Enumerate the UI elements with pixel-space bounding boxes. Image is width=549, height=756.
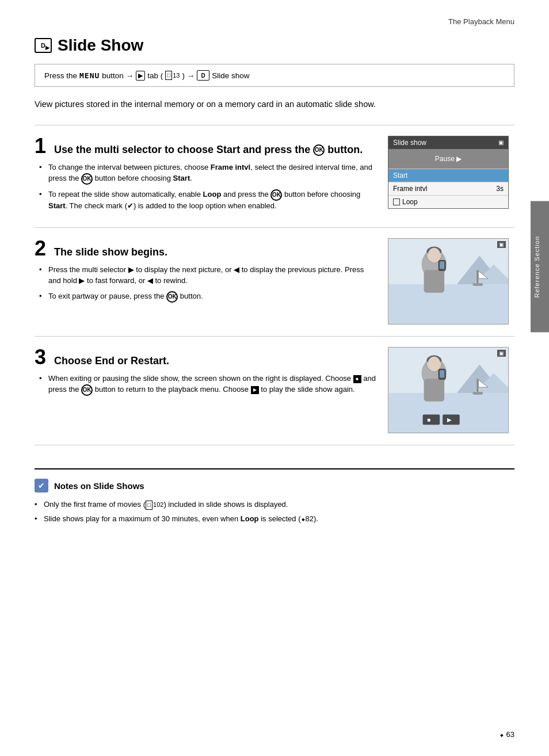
menu-corner-icon: ▣ <box>498 139 504 146</box>
page-header: The Playback Menu <box>35 17 514 26</box>
ok-icon-inline-4: OK <box>81 384 93 396</box>
step-1-bullet-2: To repeat the slide show automatically, … <box>39 189 376 212</box>
footer-page-num: 63 <box>506 730 514 739</box>
svg-rect-27 <box>424 379 445 402</box>
notes-header: ✔ Notes on Slide Shows <box>35 479 514 492</box>
svg-rect-7 <box>472 283 483 286</box>
step-3-section: 3 Choose End or Restart. When exiting or… <box>35 336 514 445</box>
notes-section: ✔ Notes on Slide Shows Only the first fr… <box>35 468 514 525</box>
play-icon: ▶ <box>251 386 259 394</box>
slideshow-menu-loop: Loop <box>388 195 508 208</box>
intro-text: View pictures stored in the internal mem… <box>35 98 514 111</box>
slideshow-menu-frame-intvl: Frame intvl 3s <box>388 182 508 195</box>
step-2-section: 2 The slide show begins. Press the multi… <box>35 227 514 324</box>
title-row: D Slide Show <box>35 36 514 55</box>
svg-rect-30 <box>423 415 440 425</box>
step-3-number: 3 <box>35 347 46 368</box>
svg-point-26 <box>428 357 440 372</box>
page-title: Slide Show <box>58 36 143 55</box>
step-1-number: 1 <box>35 136 46 156</box>
svg-text:▶: ▶ <box>447 417 452 423</box>
step-2-bullets: Press the multi selector ▶ to display th… <box>39 265 376 303</box>
svg-rect-4 <box>388 284 508 324</box>
camera-illustration-2: ■ ▶ ▣ <box>388 347 509 433</box>
step-3-right: ■ ▶ ▣ <box>388 347 514 433</box>
ok-icon-inline-3: OK <box>166 291 178 303</box>
page-ref-102: □102 <box>146 501 163 510</box>
slideshow-menu-start: Start <box>388 169 508 182</box>
svg-rect-22 <box>472 392 483 395</box>
notes-check-icon: ✔ <box>35 479 48 492</box>
svg-rect-29 <box>440 371 444 378</box>
step-1-row: 1 Use the multi selector to choose Start… <box>35 136 514 216</box>
step-2-number: 2 <box>35 238 46 259</box>
svg-rect-19 <box>388 393 508 433</box>
notes-bullets: Only the first frame of movies (□102) in… <box>35 499 514 525</box>
sidebar-label: Reference Section <box>531 201 549 333</box>
menu-prefix: Press the <box>44 71 77 80</box>
header-title: The Playback Menu <box>448 17 514 26</box>
slideshow-icon: D <box>35 38 52 53</box>
step-1-header: 1 Use the multi selector to choose Start… <box>35 136 376 156</box>
menu-instruction-bar: Press the MENU button → ▶ tab ( □13 ) → … <box>35 64 514 87</box>
menu-slideshow-label: Slide show <box>212 71 249 80</box>
menu-mid1: button → <box>102 71 134 80</box>
loop-checkbox-icon <box>393 198 400 205</box>
step-1-section: 1 Use the multi selector to choose Start… <box>35 125 514 216</box>
illustration-corner-icon-1: ▣ <box>497 241 506 248</box>
step-2-left: 2 The slide show begins. Press the multi… <box>35 238 376 324</box>
step-1-bullet-1: To change the interval between pictures,… <box>39 162 376 185</box>
stop-icon: ■ <box>353 375 361 383</box>
page: Reference Section The Playback Menu D Sl… <box>0 0 549 756</box>
step-3-left: 3 Choose End or Restart. When exiting or… <box>35 347 376 433</box>
footer-page-number: ⬥63 <box>500 730 514 739</box>
step-3-header: 3 Choose End or Restart. <box>35 347 376 368</box>
ok-icon-inline-1: OK <box>81 173 93 185</box>
menu-mid3: ) → <box>182 71 195 80</box>
menu-mid2: tab ( <box>147 71 163 80</box>
step-2-right: ▣ <box>388 238 514 324</box>
step-2-row: 2 The slide show begins. Press the multi… <box>35 238 514 324</box>
notes-title: Notes on Slide Shows <box>54 481 144 491</box>
footer-page-icon: ⬥ <box>500 730 504 739</box>
playback-tab-icon: ▶ <box>136 71 145 81</box>
step-3-row: 3 Choose End or Restart. When exiting or… <box>35 347 514 433</box>
svg-text:■: ■ <box>427 417 430 423</box>
camera-illustration-1: ▣ <box>388 238 509 324</box>
ok-button-icon-1: OK <box>313 144 325 156</box>
slideshow-menu-pause: Pause ▶ <box>388 149 508 169</box>
page-ref-13: □13 <box>165 71 180 80</box>
ok-icon-inline-2: OK <box>270 189 282 201</box>
illustration-corner-icon-2: ▣ <box>497 350 506 357</box>
step-3-title: Choose End or Restart. <box>54 355 169 367</box>
step-1-bullets: To change the interval between pictures,… <box>39 162 376 212</box>
step-2-bullet-1: Press the multi selector ▶ to display th… <box>39 265 376 287</box>
svg-rect-14 <box>440 262 444 269</box>
step-2-title: The slide show begins. <box>54 246 167 258</box>
step-2-header: 2 The slide show begins. <box>35 238 376 259</box>
step-1-left: 1 Use the multi selector to choose Start… <box>35 136 376 216</box>
step-3-bullets: When exiting or pausing the slide show, … <box>39 373 376 396</box>
slideshow-menu-mockup: Slide show ▣ Pause ▶ Start Frame intvl 3… <box>388 136 509 209</box>
step-1-right: Slide show ▣ Pause ▶ Start Frame intvl 3… <box>388 136 514 216</box>
svg-rect-12 <box>424 270 445 293</box>
slideshow-menu-icon: D <box>197 70 209 81</box>
notes-bullet-1: Only the first frame of movies (□102) in… <box>35 499 514 510</box>
menu-key: MENU <box>79 71 100 80</box>
step-2-bullet-2: To exit partway or pause, press the OK b… <box>39 291 376 303</box>
svg-point-11 <box>428 248 440 263</box>
step-3-bullet-1: When exiting or pausing the slide show, … <box>39 373 376 396</box>
step-1-title: Use the multi selector to choose Start a… <box>54 144 363 156</box>
notes-bullet-2: Slide shows play for a maximum of 30 min… <box>35 514 514 525</box>
slideshow-menu-title: Slide show ▣ <box>388 136 508 149</box>
